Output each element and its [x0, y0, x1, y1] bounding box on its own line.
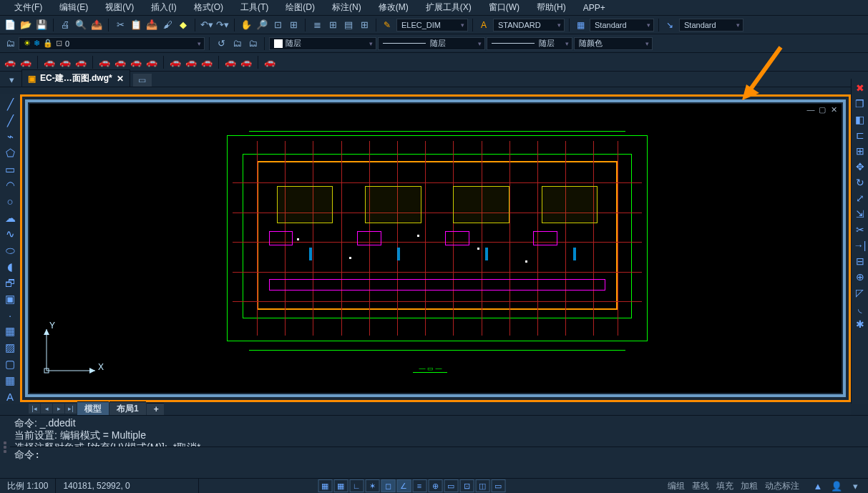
properties-icon[interactable]: ≣ [310, 18, 324, 32]
qp-toggle[interactable]: ▭ [444, 479, 458, 492]
tab-prev-icon[interactable]: ◂ [41, 404, 52, 414]
cloud-icon[interactable]: ▲ [811, 479, 825, 493]
erase-icon[interactable]: ✖ [853, 82, 867, 94]
osnap-toggle[interactable]: ◻ [381, 479, 395, 492]
menu-window[interactable]: 窗口(W) [480, 0, 528, 15]
ellipse-arc-icon[interactable]: ◖ [2, 260, 18, 274]
undo-icon[interactable]: ↶▾ [200, 18, 214, 32]
trim-icon[interactable]: ✂ [853, 223, 867, 236]
hatch-icon[interactable]: ▦ [2, 325, 18, 339]
pan-icon[interactable]: ✋ [239, 18, 253, 32]
polar-toggle[interactable]: ✶ [365, 479, 379, 492]
status-dyndim[interactable]: 动态标注 [765, 480, 799, 492]
ellipse-icon[interactable]: ⬭ [2, 243, 18, 258]
stretch-icon[interactable]: ⇲ [853, 208, 867, 220]
layer-prev-icon[interactable]: ↺ [214, 36, 228, 51]
tabmenu-icon[interactable]: ▾ [4, 72, 19, 87]
menu-modify[interactable]: 修改(M) [370, 0, 417, 15]
layer-combo[interactable]: ☀❄🔒⊡ 0 [19, 37, 205, 50]
zoom-prev-icon[interactable]: ⊞ [286, 18, 301, 32]
matchprop-icon[interactable]: 🖌 [160, 18, 175, 32]
status-base[interactable]: 基线 [692, 480, 709, 492]
tab-add-layout[interactable]: + [147, 403, 164, 415]
menu-dim[interactable]: 标注(N) [323, 0, 370, 15]
tab-last-icon[interactable]: ▸| [65, 404, 77, 414]
mtext-icon[interactable]: A [2, 389, 18, 404]
transparency-toggle[interactable]: ◫ [475, 479, 489, 492]
vp-14-icon[interactable]: 🚗 [239, 55, 253, 69]
status-group[interactable]: 编组 [668, 480, 685, 492]
vp-6-icon[interactable]: 🚗 [97, 55, 112, 69]
document-tab[interactable]: ▣ EC-建…面图.dwg* ✕ [21, 69, 130, 87]
join-icon[interactable]: ⊕ [853, 270, 867, 283]
cmd-drag-handle[interactable] [0, 416, 10, 478]
scale-icon[interactable]: ⤢ [853, 192, 867, 205]
copy-icon[interactable]: 📋 [129, 18, 143, 32]
model-toggle[interactable]: ▭ [491, 479, 505, 492]
ortho-toggle[interactable]: ∟ [349, 479, 364, 492]
fillet-icon[interactable]: ◟ [853, 302, 867, 315]
color-combo[interactable]: 随层 [269, 37, 376, 50]
rotate-icon[interactable]: ↻ [853, 176, 867, 189]
block-icon[interactable]: ▣ [2, 292, 18, 306]
grid-toggle[interactable]: ▦ [333, 479, 348, 492]
menu-ext[interactable]: 扩展工具(X) [417, 0, 480, 15]
vp-5-icon[interactable]: 🚗 [74, 55, 88, 69]
linetype-combo[interactable]: 随层 [378, 37, 485, 50]
calc-icon[interactable]: ⊞ [357, 18, 371, 32]
circle-icon[interactable]: ○ [2, 195, 18, 209]
menu-tools[interactable]: 工具(T) [232, 0, 277, 15]
user-icon[interactable]: 👤 [829, 479, 844, 493]
point-icon[interactable]: · [2, 308, 18, 323]
print-icon[interactable]: 🖨 [58, 18, 72, 32]
vp-10-icon[interactable]: 🚗 [168, 55, 182, 69]
vp-9-icon[interactable]: 🚗 [145, 55, 159, 69]
sel-cycle-toggle[interactable]: ⊡ [459, 479, 474, 492]
child-max-icon[interactable]: ▢ [817, 105, 827, 115]
line-icon[interactable]: ╱ [2, 97, 18, 112]
tab-model[interactable]: 模型 [77, 401, 109, 416]
redo-icon[interactable]: ↷▾ [215, 18, 230, 32]
vp-15-icon[interactable]: 🚗 [263, 55, 277, 69]
vp-13-icon[interactable]: 🚗 [223, 55, 238, 69]
tablestyle-combo[interactable]: Standard [590, 19, 654, 31]
move-icon[interactable]: ✥ [853, 160, 867, 173]
zoom-win-icon[interactable]: ⊡ [270, 18, 285, 32]
menu-draw[interactable]: 绘图(D) [277, 0, 323, 15]
pline-icon[interactable]: ⌁ [2, 130, 18, 144]
vp-3-icon[interactable]: 🚗 [42, 55, 57, 69]
status-fill[interactable]: 填充 [716, 480, 733, 492]
open-icon[interactable]: 📂 [19, 18, 33, 32]
mleader-combo[interactable]: Standard [679, 19, 743, 31]
vp-4-icon[interactable]: 🚗 [58, 55, 72, 69]
lineweight-combo[interactable]: 随层 [487, 37, 572, 50]
toolpalette-icon[interactable]: ▤ [341, 18, 356, 32]
save-icon[interactable]: 💾 [34, 18, 49, 32]
cut-icon[interactable]: ✂ [113, 18, 127, 32]
dyn-toggle[interactable]: ⊕ [428, 479, 442, 492]
extend-icon[interactable]: →| [853, 239, 867, 252]
child-close-icon[interactable]: ✕ [829, 105, 839, 115]
vp-8-icon[interactable]: 🚗 [129, 55, 143, 69]
vp-1-icon[interactable]: 🚗 [3, 55, 17, 69]
lwt-toggle[interactable]: ≡ [412, 479, 426, 492]
vp-2-icon[interactable]: 🚗 [19, 55, 33, 69]
new-icon[interactable]: 📄 [3, 18, 17, 32]
vp-12-icon[interactable]: 🚗 [200, 55, 214, 69]
layer-mgr-icon[interactable]: 🗂 [3, 36, 17, 51]
tab-first-icon[interactable]: |◂ [29, 404, 40, 414]
mirror-icon[interactable]: ◧ [853, 113, 867, 126]
layer-off-icon[interactable]: 🗂 [245, 36, 260, 51]
designcenter-icon[interactable]: ⊞ [326, 18, 340, 32]
explode-icon[interactable]: ✱ [853, 318, 867, 331]
publish-icon[interactable]: 📤 [89, 18, 104, 32]
child-min-icon[interactable]: — [806, 105, 816, 115]
vp-11-icon[interactable]: 🚗 [184, 55, 198, 69]
menu-insert[interactable]: 插入(I) [142, 0, 185, 15]
status-scale[interactable]: 比例 1:100 [0, 479, 56, 493]
menu-edit[interactable]: 编辑(E) [51, 0, 97, 15]
arc-icon[interactable]: ◠ [2, 178, 18, 192]
chamfer-icon[interactable]: ◸ [853, 286, 867, 299]
polygon-icon[interactable]: ⬠ [2, 146, 18, 160]
textstyle-combo[interactable]: STANDARD [493, 19, 565, 31]
